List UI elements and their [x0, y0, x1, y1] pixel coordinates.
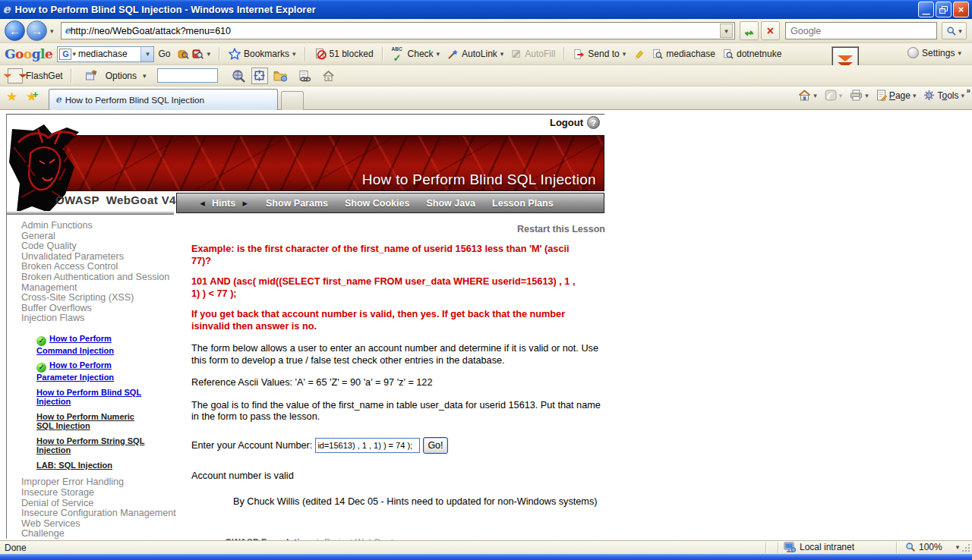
sidebar-category[interactable]: Admin Functions [21, 221, 182, 231]
add-favorite-button[interactable]: ★+ [26, 90, 37, 104]
security-zone[interactable]: Local intranet [784, 542, 854, 552]
separator [382, 47, 383, 61]
url-dropdown-button[interactable]: ▾ [720, 24, 733, 38]
tools-menu-button[interactable]: Tools ▾ [923, 90, 964, 101]
spellcheck-button[interactable]: ABC✓ Check ▾ [392, 48, 440, 61]
history-dropdown[interactable]: ▾ [50, 27, 54, 35]
search-input[interactable] [791, 26, 932, 36]
minimize-button[interactable]: — [918, 2, 934, 17]
sidebar-lesson[interactable]: How to Perform Blind SQL Injection [36, 388, 152, 407]
bookmarks-button[interactable]: Bookmarks ▾ [229, 48, 296, 60]
toolbar-overflow-button[interactable]: » [966, 87, 970, 95]
stop-icon: × [767, 26, 774, 36]
flashget-menu-button[interactable]: FlashGet [8, 68, 63, 83]
menu-hints[interactable]: Hints [212, 198, 235, 209]
hint-next-icon[interactable]: ► [241, 199, 249, 208]
help-button[interactable]: ? [587, 116, 600, 129]
menu-item[interactable]: Show Params [266, 198, 328, 209]
sidebar-category[interactable]: Insecure Storage [21, 488, 182, 499]
tab-active[interactable]: e How to Perform Blind SQL Injection [49, 89, 278, 110]
download-all-icon[interactable] [298, 70, 311, 82]
chevron-down-icon: ▾ [839, 92, 843, 99]
sidebar-category[interactable]: Code Quality [21, 241, 182, 252]
lesson-link[interactable]: How to Perform String SQL Injection [36, 436, 144, 455]
site-search-mediachase[interactable]: mediachase [652, 49, 715, 59]
sidebar-category[interactable]: Unvalidated Parameters [21, 252, 182, 263]
url-input[interactable] [71, 26, 720, 36]
sidebar-category[interactable]: Challenge [21, 529, 182, 540]
lesson-link[interactable]: How to Perform Parameter Injection [36, 360, 114, 382]
menu-item[interactable]: Lesson Plans [492, 198, 554, 209]
print-button[interactable]: ▾ [850, 90, 869, 101]
search-box[interactable] [785, 22, 937, 39]
close-button[interactable]: × [953, 2, 969, 17]
go-button[interactable]: Go [158, 49, 170, 59]
capture-target-button[interactable] [251, 68, 268, 84]
stop-button[interactable]: × [761, 21, 780, 40]
mediachase-label: mediachase [666, 49, 715, 59]
hint-prev-icon[interactable]: ◄ [198, 199, 207, 208]
lesson-link[interactable]: How to Perform Numeric SQL Injection [36, 412, 134, 431]
sidebar-lesson[interactable]: How to Perform Numeric SQL Injection [36, 412, 152, 431]
sidebar-lesson[interactable]: ✓How to Perform Parameter Injection [36, 360, 152, 382]
lesson-link[interactable]: LAB: SQL Injection [36, 461, 112, 470]
sidebar-category[interactable]: Denial of Service [21, 499, 182, 509]
sidebar-lesson[interactable]: ✓How to Perform Command Injection [36, 334, 152, 356]
new-tab-stub[interactable] [281, 91, 304, 110]
settings-button[interactable]: Settings ▾ [907, 47, 961, 58]
site-search-dotnetnuke[interactable]: dotnetnuke [723, 49, 781, 59]
feeds-button[interactable]: ▾ [825, 90, 843, 101]
sidebar-category[interactable]: General [21, 231, 182, 242]
sidebar-category[interactable]: Improper Error Handling [21, 477, 182, 488]
favorites-button[interactable]: ★ [6, 90, 17, 104]
menu-item[interactable]: Show Cookies [345, 198, 409, 209]
autofill-button[interactable]: AutoFill [511, 49, 555, 59]
chevron-down-icon: ▾ [292, 50, 296, 58]
sidebar-category[interactable]: Broken Access Control [21, 262, 182, 272]
combo-dropdown-button[interactable]: ▾ [140, 47, 153, 61]
lesson-link[interactable]: How to Perform Blind SQL Injection [36, 388, 141, 407]
sidebar-category[interactable]: Buffer Overflows [21, 304, 182, 314]
resize-grip[interactable] [961, 543, 970, 552]
restart-lesson-link[interactable]: Restart this Lesson [191, 224, 605, 234]
flashget-search-input[interactable] [157, 68, 218, 83]
page-label-rest: age [895, 90, 910, 101]
chevron-down-icon: ▾ [865, 92, 869, 99]
wand-icon [447, 49, 459, 60]
address-field[interactable]: e ▾ [61, 22, 735, 39]
refresh-button[interactable] [740, 21, 759, 40]
autolink-button[interactable]: AutoLink ▾ [447, 49, 503, 60]
sidebar-category[interactable]: Web Services [21, 519, 182, 530]
autofill-pen-icon [511, 49, 522, 59]
windows-taskbar-edge[interactable] [0, 554, 972, 560]
home-button[interactable]: ▾ [798, 90, 817, 101]
back-button[interactable]: ← [5, 20, 25, 41]
google-search-combo[interactable]: G ▾ mediachase ▾ [57, 46, 154, 62]
highlighter-button[interactable] [633, 49, 645, 60]
search-site-button[interactable]: ▾ [178, 49, 210, 59]
sidebar-category[interactable]: Broken Authentication and Session Manage… [21, 272, 182, 293]
restore-button[interactable] [936, 2, 951, 17]
forward-button[interactable]: → [27, 20, 47, 41]
sidebar-category[interactable]: Cross-Site Scripting (XSS) [21, 293, 182, 304]
logout-button[interactable]: Logout [550, 117, 583, 128]
search-go-button[interactable]: ▾ [942, 22, 967, 39]
send-to-button[interactable]: Send to ▾ [573, 49, 626, 60]
sidebar-category[interactable]: Injection Flaws [21, 313, 182, 324]
zoom-control[interactable]: 100% ▾ [905, 542, 959, 552]
lesson-link[interactable]: How to Perform Command Injection [36, 334, 114, 355]
flashget-home-icon[interactable] [322, 70, 335, 82]
go-button[interactable]: Go! [423, 437, 447, 454]
flashget-options-button[interactable]: Options ▾ [80, 70, 147, 82]
chevron-down-icon[interactable]: ▾ [956, 543, 960, 551]
site-explorer-icon[interactable] [231, 69, 246, 83]
sidebar-lesson[interactable]: How to Perform String SQL Injection [36, 436, 152, 455]
account-number-input[interactable] [315, 438, 420, 453]
sidebar-lesson[interactable]: LAB: SQL Injection [36, 461, 152, 470]
popup-blocker-button[interactable]: 51 blocked [314, 48, 374, 60]
menu-item[interactable]: Show Java [426, 198, 475, 209]
download-folder-icon[interactable] [273, 70, 288, 82]
sidebar-category[interactable]: Insecure Configuration Management [21, 508, 182, 519]
page-menu-button[interactable]: Page ▾ [876, 90, 917, 101]
send-to-label: Send to [588, 49, 619, 59]
